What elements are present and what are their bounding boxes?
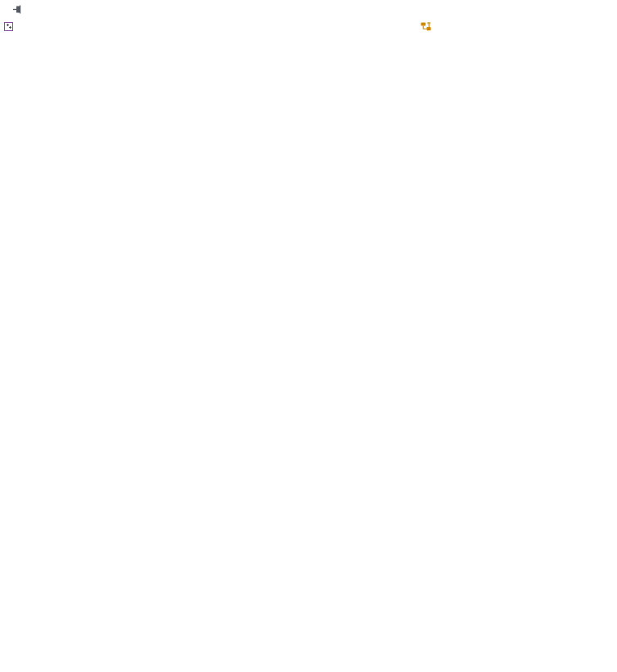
class-icon [421, 21, 431, 32]
cpp-project-icon [3, 21, 14, 32]
scope-dropdown[interactable] [421, 18, 435, 34]
code-editor[interactable] [0, 36, 617, 672]
project-dropdown[interactable] [3, 18, 400, 34]
tab-consoleapplication2-cpp[interactable] [0, 0, 152, 18]
red-arrow-annotations [0, 36, 617, 672]
vs-code-editor-window [0, 0, 617, 672]
navigation-bar [0, 18, 617, 36]
pin-icon[interactable] [12, 4, 23, 15]
tab-bar [0, 0, 617, 18]
close-icon[interactable] [29, 4, 39, 15]
chevron-down-icon[interactable] [403, 18, 414, 34]
